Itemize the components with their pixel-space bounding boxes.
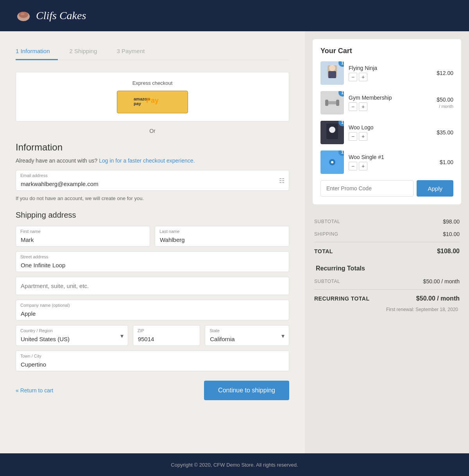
- street-input[interactable]: [16, 251, 289, 272]
- apt-field: [16, 277, 289, 295]
- left-panel: 1 Information 2 Shipping 3 Payment Expre…: [0, 31, 305, 453]
- apt-input[interactable]: [16, 277, 289, 295]
- cart-item: 1 Woo Single #1 − + $1.00: [320, 150, 453, 174]
- svg-rect-12: [336, 100, 339, 106]
- footer-copyright: Copyright © 2020, CFW Demo Store. All ri…: [171, 462, 298, 468]
- footer: Copyright © 2020, CFW Demo Store. All ri…: [0, 453, 469, 476]
- subtotal-label: SUBTOTAL: [314, 219, 340, 224]
- city-label: Town / City: [20, 354, 41, 358]
- cart-item: 1 Gym Membership − + $50.00/ month: [320, 91, 453, 115]
- apply-promo-button[interactable]: Apply: [417, 180, 453, 197]
- step-shipping[interactable]: 2 Shipping: [70, 43, 105, 60]
- or-divider: Or: [16, 128, 289, 134]
- email-label: Email address: [20, 173, 48, 178]
- street-label: Street address: [20, 254, 48, 259]
- cart-item-price: $12.00: [437, 70, 453, 76]
- qty-decrease-button[interactable]: −: [349, 132, 357, 141]
- recurring-subtotal-label: SUBTOTAL: [314, 279, 340, 284]
- cart-item-image: 1: [320, 150, 344, 174]
- shipping-row: SHIPPING $10.00: [314, 228, 460, 240]
- cart-item-image: 1: [320, 91, 344, 115]
- qty-increase-button[interactable]: +: [359, 132, 367, 141]
- ninja-img: [324, 63, 340, 83]
- continue-to-shipping-button[interactable]: Continue to shipping: [204, 381, 289, 400]
- qty-controls: − +: [349, 102, 432, 111]
- totals-section: SUBTOTAL $98.00 SHIPPING $10.00 TOTAL $1…: [313, 212, 461, 316]
- promo-code-input[interactable]: [320, 180, 414, 197]
- cart-item-info: Woo Logo − +: [349, 124, 432, 141]
- country-field: Country / Region United States (US) ▾: [16, 325, 128, 346]
- svg-point-17: [331, 161, 333, 163]
- company-field: Company name (optional): [16, 300, 289, 320]
- amazon-pay-text: amazon pay Pay: [129, 102, 176, 109]
- cart-item-name: Woo Logo: [349, 124, 432, 131]
- shipping-address-title: Shipping address: [16, 211, 289, 220]
- cart-item-price: $50.00/ month: [437, 97, 453, 109]
- company-label: Company name (optional): [20, 303, 70, 308]
- cart-item-image: 1: [320, 61, 344, 85]
- state-label: State: [209, 328, 220, 333]
- recurring-divider: [314, 289, 460, 290]
- cart-item: 1 Flying Ninja − + $12.00: [320, 61, 453, 85]
- cart-item: 1 Woo Logo − + $35.00: [320, 121, 453, 144]
- renewal-note: First renewal: September 18, 2020: [314, 306, 460, 313]
- recurring-title: Recurring Totals: [314, 265, 460, 272]
- qty-decrease-button[interactable]: −: [349, 73, 357, 81]
- total-label: TOTAL: [314, 248, 333, 254]
- totals-divider: [314, 242, 460, 242]
- gym-img: [324, 95, 340, 111]
- qty-decrease-button[interactable]: −: [349, 102, 357, 111]
- state-field: State California ▾: [205, 325, 289, 346]
- cart-item-name: Gym Membership: [349, 95, 432, 101]
- return-to-cart-link[interactable]: « Return to cart: [16, 387, 54, 394]
- shipping-value: $10.00: [443, 231, 460, 237]
- cart-title: Your Cart: [320, 47, 453, 55]
- login-link[interactable]: Log in for a faster checkout experience.: [99, 157, 195, 164]
- subtotal-value: $98.00: [443, 218, 460, 225]
- woo-img: [324, 123, 340, 142]
- street-field: Street address: [16, 251, 289, 272]
- email-input[interactable]: [16, 170, 289, 191]
- step-payment[interactable]: 3 Payment: [116, 43, 152, 60]
- cart-item-price: $35.00: [437, 129, 453, 136]
- qty-increase-button[interactable]: +: [359, 162, 367, 170]
- city-field: Town / City: [16, 351, 289, 371]
- qty-decrease-button[interactable]: −: [349, 162, 357, 170]
- first-name-label: First name: [20, 229, 41, 234]
- express-checkout-box: Express checkout amazon pay Pay: [16, 72, 289, 122]
- zip-field: ZIP: [133, 325, 200, 346]
- location-row: Country / Region United States (US) ▾ ZI…: [16, 325, 289, 351]
- first-name-field: First name: [16, 226, 150, 247]
- city-input[interactable]: [16, 351, 289, 371]
- cart-item-info: Flying Ninja − +: [349, 65, 432, 81]
- subtotal-row: SUBTOTAL $98.00: [314, 215, 460, 228]
- step-information[interactable]: 1 Information: [16, 43, 58, 60]
- zip-label: ZIP: [138, 328, 144, 333]
- cart-item-info: Woo Single #1 − +: [349, 154, 435, 170]
- recurring-subtotal-row: SUBTOTAL $50.00 / month: [314, 275, 460, 288]
- qty-controls: − +: [349, 132, 432, 141]
- cart-item-image: 1: [320, 121, 344, 144]
- total-value: $108.00: [437, 248, 460, 255]
- logo: Clifs Cakes: [16, 8, 86, 23]
- logo-text: Clifs Cakes: [36, 9, 86, 22]
- svg-rect-9: [328, 71, 336, 78]
- total-row: TOTAL $108.00: [314, 244, 460, 259]
- single-img: [322, 152, 342, 172]
- price-sub: / month: [439, 104, 453, 109]
- qty-controls: − +: [349, 73, 432, 81]
- amazon-pay-button[interactable]: amazon pay Pay: [117, 91, 188, 113]
- svg-text:pay: pay: [134, 101, 141, 106]
- svg-point-14: [329, 127, 335, 133]
- account-create-note: If you do not have an account, we will c…: [16, 195, 289, 201]
- qty-increase-button[interactable]: +: [359, 102, 367, 111]
- last-name-field: Last name: [155, 226, 289, 247]
- qty-controls: − +: [349, 162, 435, 170]
- header: Clifs Cakes: [0, 0, 469, 31]
- recurring-total-label: RECURRING TOTAL: [314, 295, 370, 302]
- qty-increase-button[interactable]: +: [359, 73, 367, 81]
- country-label: Country / Region: [20, 328, 53, 333]
- email-icon: ☷: [279, 177, 285, 184]
- steps-nav: 1 Information 2 Shipping 3 Payment: [16, 43, 289, 60]
- svg-point-2: [21, 13, 25, 15]
